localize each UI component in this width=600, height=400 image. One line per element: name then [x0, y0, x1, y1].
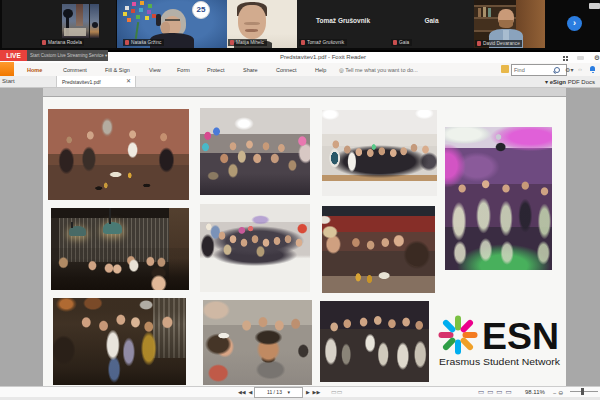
- svg-text:ESN: ESN: [482, 316, 559, 357]
- svg-text:Erasmus Student Network: Erasmus Student Network: [439, 356, 560, 367]
